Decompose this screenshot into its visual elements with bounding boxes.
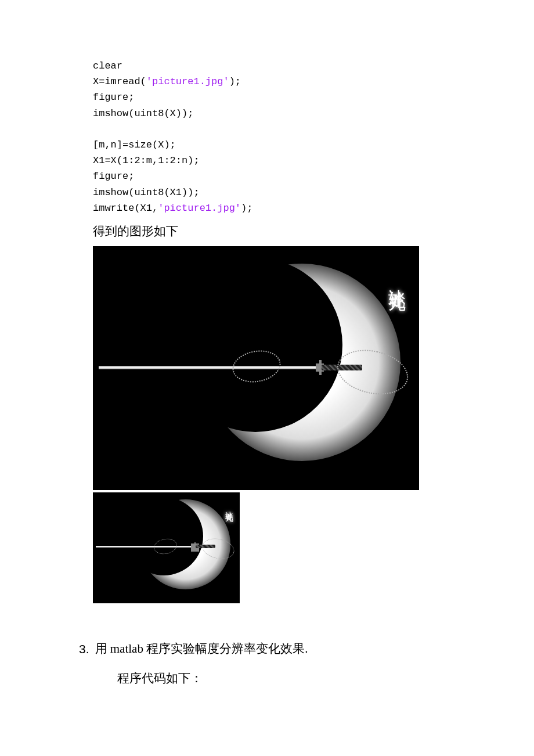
question-number: 3. (79, 638, 89, 660)
code-line: imshow(uint8(X)); (93, 108, 193, 119)
code-line: X=imread('picture1.jpg'); (93, 76, 241, 87)
moon-cut-small (125, 497, 203, 575)
code-line: X1=X(1:2:m,1:2:n); (93, 155, 200, 166)
figures-container: 冰轮丸 冰轮丸 (93, 246, 453, 603)
code-line: imshow(uint8(X1)); (93, 187, 200, 198)
code-line: clear (93, 60, 122, 71)
code-line: imwrite(X1,'picture1.jpg'); (93, 203, 252, 214)
code-line: figure; (93, 92, 134, 103)
sword-blade (99, 366, 319, 369)
question-3-sub: 程序代码如下： (93, 668, 453, 690)
figure-large: 冰轮丸 (93, 246, 419, 490)
code-line: figure; (93, 171, 134, 182)
question-3-line: 3. 用 matlab 程序实验幅度分辨率变化效果. (93, 638, 453, 660)
result-caption: 得到的图形如下 (93, 221, 453, 243)
section-3: 3. 用 matlab 程序实验幅度分辨率变化效果. 程序代码如下： (93, 638, 453, 690)
sword-blade-small (96, 546, 194, 548)
signature-large: 冰轮丸 (385, 275, 409, 282)
figure-small: 冰轮丸 (93, 492, 240, 603)
code-block: clear X=imread('picture1.jpg'); figure; … (93, 58, 453, 216)
signature-small: 冰轮丸 (223, 505, 234, 509)
question-text: 用 matlab 程序实验幅度分辨率变化效果. (95, 638, 308, 660)
code-line: [m,n]=size(X); (93, 139, 176, 150)
moon-cut (168, 258, 342, 432)
